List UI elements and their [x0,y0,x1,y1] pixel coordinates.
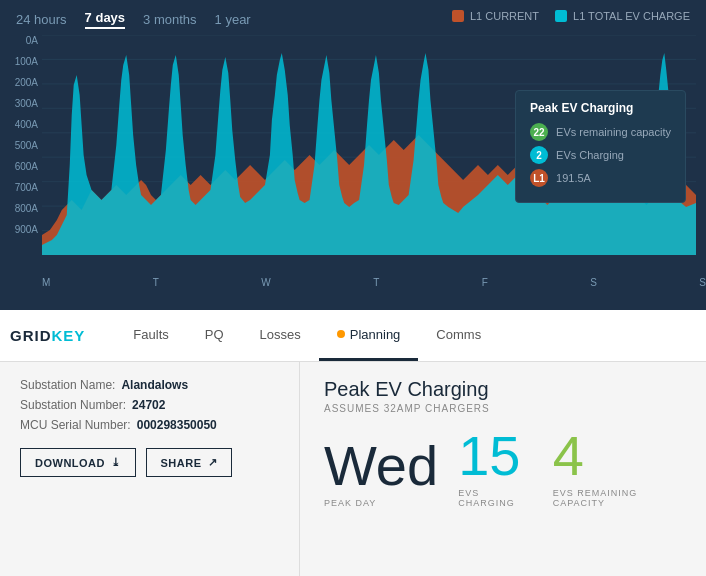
y-axis: 900A 800A 700A 600A 500A 400A 300A 200A … [0,35,42,255]
time-navigation: 24 hours 7 days 3 months 1 year L1 CURRE… [0,0,706,35]
bottom-section: Substation Name: Alandalows Substation N… [0,362,706,576]
y-label-900: 900A [0,224,42,235]
substation-name-label: Substation Name: [20,378,115,392]
tooltip-title: Peak EV Charging [530,101,671,115]
legend-l1-total-ev: L1 TOTAL EV CHARGE [555,10,690,22]
logo-text: GRIDKEY [10,327,85,344]
y-label-700: 700A [0,182,42,193]
x-label-f: F [482,277,488,288]
mcu-value: 000298350050 [137,418,217,432]
chart-section: 24 hours 7 days 3 months 1 year L1 CURRE… [0,0,706,310]
y-label-800: 800A [0,203,42,214]
x-label-s2: S [699,277,706,288]
time-nav-3m[interactable]: 3 months [143,12,196,27]
x-label-m: M [42,277,50,288]
time-nav-1y[interactable]: 1 year [215,12,251,27]
legend-dot-cyan [555,10,567,22]
tooltip-badge-evs-remaining: 22 [530,123,548,141]
tooltip-row-3: L1 191.5A [530,169,671,187]
legend-dot-orange [452,10,464,22]
share-button[interactable]: SHARE ↗ [146,448,233,477]
evs-remaining-block: 4 EVS REMAINING CAPACITY [553,428,682,508]
action-buttons: DOWNLOAD ⤓ SHARE ↗ [20,448,279,477]
time-nav-7d[interactable]: 7 days [85,10,125,29]
tooltip-label-evs-charging: EVs Charging [556,149,624,161]
y-label-600: 600A [0,161,42,172]
info-panel: Substation Name: Alandalows Substation N… [0,362,300,576]
metrics-panel: Peak EV Charging ASSUMES 32AMP CHARGERS … [300,362,706,576]
metrics-subtitle: ASSUMES 32AMP CHARGERS [324,403,682,414]
peak-day-block: Wed PEAK DAY [324,438,438,508]
substation-number-label: Substation Number: [20,398,126,412]
tooltip-badge-l1: L1 [530,169,548,187]
evs-remaining-value: 4 [553,428,584,484]
metrics-row: Wed PEAK DAY 15 EVS CHARGING 4 EVS REMAI… [324,428,682,508]
chart-area: 900A 800A 700A 600A 500A 400A 300A 200A … [0,35,706,275]
logo: GRIDKEY [10,327,95,344]
tooltip-row-1: 22 EVs remaining capacity [530,123,671,141]
evs-charging-block: 15 EVS CHARGING [458,428,533,508]
x-label-s1: S [590,277,597,288]
legend-l1-current: L1 CURRENT [452,10,539,22]
peak-day-value: Wed [324,438,438,494]
tooltip-badge-evs-charging: 2 [530,146,548,164]
y-label-500: 500A [0,140,42,151]
tooltip-row-2: 2 EVs Charging [530,146,671,164]
y-label-100: 100A [0,56,42,67]
download-button[interactable]: DOWNLOAD ⤓ [20,448,136,477]
evs-remaining-label: EVS REMAINING CAPACITY [553,488,682,508]
substation-name-value: Alandalows [121,378,188,392]
y-label-200: 200A [0,77,42,88]
metrics-title: Peak EV Charging [324,378,682,401]
nav-tab-faults[interactable]: Faults [115,310,186,361]
y-label-400: 400A [0,119,42,130]
nav-tab-planning[interactable]: Planning [319,310,419,361]
peak-day-label: PEAK DAY [324,498,376,508]
x-label-t2: T [373,277,379,288]
tooltip-label-evs-remaining: EVs remaining capacity [556,126,671,138]
substation-number-row: Substation Number: 24702 [20,398,279,412]
nav-tabs-section: GRIDKEY Faults PQ Losses Planning Comms [0,310,706,362]
evs-charging-label: EVS CHARGING [458,488,533,508]
x-axis: M T W T F S S [0,275,706,288]
nav-tab-losses[interactable]: Losses [242,310,319,361]
mcu-label: MCU Serial Number: [20,418,131,432]
mcu-serial-row: MCU Serial Number: 000298350050 [20,418,279,432]
substation-number-value: 24702 [132,398,165,412]
planning-dot [337,330,345,338]
x-label-w: W [261,277,270,288]
nav-tab-comms[interactable]: Comms [418,310,499,361]
chart-legend: L1 CURRENT L1 TOTAL EV CHARGE [452,10,690,22]
substation-name-row: Substation Name: Alandalows [20,378,279,392]
time-nav-24h[interactable]: 24 hours [16,12,67,27]
x-label-t1: T [153,277,159,288]
evs-charging-value: 15 [458,428,520,484]
nav-tabs: Faults PQ Losses Planning Comms [115,310,499,361]
y-label-300: 300A [0,98,42,109]
tooltip-label-l1: 191.5A [556,172,591,184]
nav-tab-pq[interactable]: PQ [187,310,242,361]
share-icon: ↗ [208,456,218,469]
chart-tooltip: Peak EV Charging 22 EVs remaining capaci… [515,90,686,203]
download-icon: ⤓ [111,456,121,469]
y-label-0: 0A [0,35,42,46]
